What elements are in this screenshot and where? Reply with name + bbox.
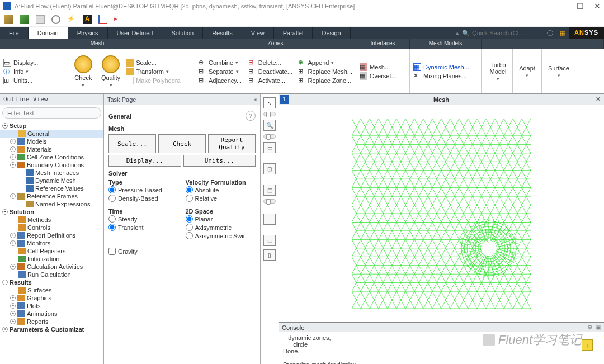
- zoom-tool[interactable]: 🔍: [263, 120, 276, 131]
- quick-search[interactable]: ▲ 🔍: [450, 27, 544, 39]
- quality-button[interactable]: Quality▾: [97, 49, 125, 93]
- panel-icon[interactable]: ▦: [556, 27, 569, 39]
- refresh-icon[interactable]: [51, 15, 60, 24]
- tree-solution[interactable]: −Solution: [0, 208, 103, 216]
- tree-setup[interactable]: −Setup: [0, 122, 103, 130]
- filter-input[interactable]: [2, 107, 101, 119]
- time-steady[interactable]: Steady: [108, 215, 179, 223]
- tab-domain[interactable]: Domain: [29, 27, 68, 39]
- zoom-slider[interactable]: [263, 134, 276, 139]
- type-density-based[interactable]: Density-Based: [108, 194, 179, 202]
- close-button[interactable]: ✕: [594, 2, 601, 11]
- tree-surfaces[interactable]: Surfaces: [0, 286, 103, 294]
- tree-calculation-activities[interactable]: +Calculation Activities: [0, 263, 103, 271]
- space-axisymmetric-swirl[interactable]: Axisymmetric Swirl: [186, 231, 256, 240]
- tree-mesh-interfaces[interactable]: Mesh Interfaces: [0, 169, 103, 177]
- tree-run-calculation[interactable]: Run Calculation: [0, 271, 103, 278]
- play-icon[interactable]: ▸: [114, 15, 123, 24]
- dynamic-mesh-button[interactable]: ▦Dynamic Mesh...: [412, 63, 479, 72]
- activate-button[interactable]: ⊞Activate...: [247, 76, 297, 85]
- tree-initialization[interactable]: Initialization: [0, 255, 103, 263]
- tab-view[interactable]: View: [242, 27, 274, 39]
- mesh-view[interactable]: [279, 105, 604, 322]
- console-output[interactable]: dynamic zones, circle Done. Preparing me…: [279, 332, 604, 364]
- tree-controls[interactable]: Controls: [0, 224, 103, 231]
- tree-monitors[interactable]: +Monitors: [0, 239, 103, 247]
- combine-button[interactable]: ⊕Combine ▾: [197, 58, 247, 67]
- replace-zone-button[interactable]: ⊞Replace Zone...: [297, 76, 353, 85]
- delete-button[interactable]: ⊞Delete...: [247, 58, 297, 67]
- turbo-button[interactable]: Turbo Model▾: [484, 49, 513, 93]
- probe-tool[interactable]: ⊡: [263, 163, 276, 174]
- layout1-tool[interactable]: ▭: [263, 235, 276, 246]
- chart-icon[interactable]: [98, 15, 107, 24]
- tab-design[interactable]: Design: [313, 27, 350, 39]
- layout2-tool[interactable]: ▯: [263, 249, 276, 261]
- tree-methods[interactable]: Methods: [0, 216, 103, 224]
- outline-tree[interactable]: −SetupGeneral+Models+Materials+Cell Zone…: [0, 121, 103, 364]
- adapt-button[interactable]: Adapt▾: [513, 49, 542, 93]
- tab-user-defined[interactable]: User-Defined: [108, 27, 163, 39]
- minimize-button[interactable]: —: [559, 2, 567, 11]
- info-button[interactable]: ⓘInfo ▾: [2, 67, 70, 76]
- vel-absolute[interactable]: Absolute: [186, 186, 256, 194]
- vel-relative[interactable]: Relative: [186, 194, 256, 202]
- taskpage-collapse[interactable]: ◂: [253, 96, 257, 103]
- cube2-icon[interactable]: [20, 15, 29, 24]
- deactivate-button[interactable]: ⊞Deactivate...: [247, 67, 297, 76]
- tree-materials[interactable]: +Materials: [0, 145, 103, 153]
- tree-reference-frames[interactable]: +Reference Frames: [0, 192, 103, 200]
- tree-plots[interactable]: +Plots: [0, 302, 103, 310]
- bolt-icon[interactable]: ⚡: [67, 15, 76, 24]
- tree-cell-registers[interactable]: Cell Registers: [0, 247, 103, 255]
- canvas-close[interactable]: ✕: [592, 96, 604, 103]
- search-input[interactable]: [472, 30, 539, 36]
- console-scroll-btn[interactable]: ↓: [582, 339, 593, 351]
- adjacency-button[interactable]: ⊞Adjacency...: [197, 76, 247, 85]
- make-poly-button[interactable]: Make Polyhedra: [125, 76, 192, 85]
- pointer-slider[interactable]: [263, 112, 276, 116]
- replace-mesh-button[interactable]: ⊞Replace Mesh...: [297, 67, 353, 76]
- tree-boundary-conditions[interactable]: +Boundary Conditions: [0, 161, 103, 169]
- scale-button[interactable]: Scale...: [125, 58, 192, 67]
- separate-button[interactable]: ⊟Separate ▾: [197, 67, 247, 76]
- cube-icon[interactable]: [4, 15, 13, 24]
- tab-results[interactable]: Results: [203, 27, 242, 39]
- tree-animations[interactable]: +Animations: [0, 310, 103, 318]
- help-icon[interactable]: ⓘ: [544, 27, 556, 39]
- units-button[interactable]: Units...: [183, 155, 256, 167]
- cube-slider[interactable]: [263, 199, 276, 204]
- select-tool[interactable]: ▭: [263, 142, 276, 153]
- console-gear-icon[interactable]: ⚙: [587, 324, 593, 331]
- mesh-int-button[interactable]: ▦Mesh...: [358, 63, 407, 72]
- tab-file[interactable]: File: [0, 27, 29, 39]
- tree-general[interactable]: General: [0, 130, 103, 138]
- type-pressure-based[interactable]: Pressure-Based: [108, 186, 179, 194]
- append-button[interactable]: ⊕Append ▾: [297, 58, 353, 67]
- help-button[interactable]: ?: [246, 111, 256, 121]
- tab-physics[interactable]: Physics: [68, 27, 108, 39]
- space-axisymmetric[interactable]: Axisymmetric: [186, 223, 256, 231]
- mixing-planes-button[interactable]: ✕Mixing Planes...: [412, 72, 479, 81]
- scale-button[interactable]: Scale...: [108, 134, 156, 153]
- checkbutton[interactable]: Check: [158, 134, 206, 153]
- tree-models[interactable]: +Models: [0, 138, 103, 145]
- tree-named-expressions[interactable]: Named Expressions: [0, 200, 103, 208]
- pointer-tool[interactable]: ↖: [263, 97, 276, 108]
- a-icon[interactable]: A: [83, 15, 92, 24]
- tab-solution[interactable]: Solution: [162, 27, 203, 39]
- tree-reports[interactable]: +Reports: [0, 318, 103, 325]
- units-button[interactable]: ⊞Units...: [2, 76, 70, 85]
- check-button[interactable]: Check▾: [70, 49, 97, 93]
- report-qualitybutton[interactable]: Report Quality: [208, 134, 256, 153]
- console-pin-icon[interactable]: ▣: [595, 324, 601, 331]
- tree-parameters-customizat[interactable]: +Parameters & Customizat: [0, 325, 103, 333]
- axis-tool[interactable]: ∟: [263, 214, 276, 225]
- tree-dynamic-mesh[interactable]: Dynamic Mesh: [0, 177, 103, 185]
- doc-icon[interactable]: [36, 15, 45, 24]
- time-transient[interactable]: Transient: [108, 223, 179, 231]
- space-planar[interactable]: Planar: [186, 215, 256, 223]
- cube-tool[interactable]: ◫: [263, 185, 276, 196]
- tree-cell-zone-conditions[interactable]: +Cell Zone Conditions: [0, 153, 103, 161]
- display-button[interactable]: Display...: [108, 155, 181, 167]
